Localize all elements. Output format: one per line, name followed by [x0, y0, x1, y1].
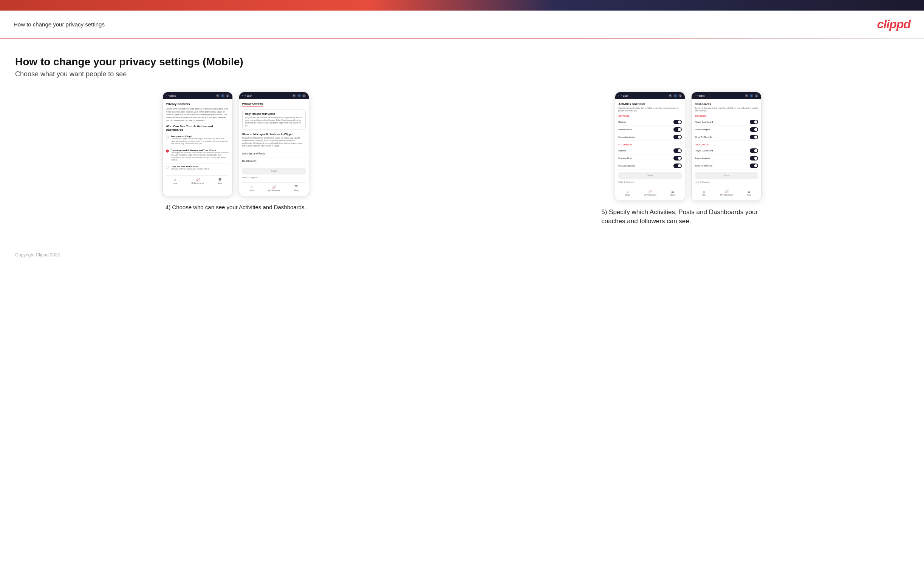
settings-icon-4[interactable]: ⚙ [755, 94, 758, 97]
toggle-round-insights-coaches-switch[interactable] [750, 127, 758, 132]
home-icon-3: ⌂ [627, 190, 628, 193]
nav-performance-3[interactable]: 📈 My Performance [644, 190, 656, 196]
search-icon[interactable]: 🔍 [216, 94, 220, 97]
performance-icon-1: 📈 [196, 178, 200, 182]
phone-4-header: ‹ < Back 🔍 👤 ⚙ [691, 92, 761, 99]
menu-icon-3: ☰ [671, 190, 674, 193]
radio-coach-only[interactable] [166, 166, 169, 169]
home-icon-1: ⌂ [174, 178, 176, 182]
option-everyone[interactable]: Everyone on Clippd Everyone on Clippd ca… [166, 133, 229, 147]
help-support-4: Help & Support [695, 179, 758, 184]
screenshot-group-left: ‹ < Back 🔍 👤 ⚙ Privacy Controls Control … [15, 92, 457, 211]
settings-icon-3[interactable]: ⚙ [678, 94, 682, 97]
dashboards-label: Dashboards [242, 160, 257, 162]
toggle-drills-coaches-switch[interactable] [674, 127, 682, 132]
nav-home-4[interactable]: ⌂ Home [702, 190, 706, 196]
back-button-2[interactable]: ‹ < Back [242, 94, 252, 97]
user-icon-4[interactable]: 👤 [750, 94, 753, 97]
bottom-nav-1: ⌂ Home 📈 My Performance ☰ Menu [166, 175, 229, 186]
toggle-round-insights-coaches: Round Insights [695, 126, 758, 133]
nav-menu-1[interactable]: ☰ Menu [218, 178, 222, 184]
back-button-1[interactable]: ‹ < Back [166, 94, 176, 97]
user-icon-2[interactable]: 👤 [297, 94, 301, 97]
phones-pair-right: ‹ < Back 🔍 👤 ⚙ Activities and Posts Sele… [615, 92, 761, 201]
menu-icon-1: ☰ [218, 178, 221, 182]
nav-home-1[interactable]: ⌂ Home [173, 178, 177, 184]
dashboards-row[interactable]: Dashboards › [242, 158, 306, 165]
toggle-manual-coaches-switch[interactable] [674, 135, 682, 139]
nav-menu-4[interactable]: ☰ Menu [747, 190, 751, 196]
toggle-work-on-followers: What To Work On [695, 162, 758, 169]
toggle-drills-followers-switch[interactable] [674, 156, 682, 161]
toggle-player-dashboard-coaches: Player Dashboard [695, 118, 758, 126]
page-subtitle: Choose what you want people to see [15, 70, 909, 78]
nav-performance-4[interactable]: 📈 My Performance [720, 190, 733, 196]
toggle-player-dashboard-followers-switch[interactable] [750, 148, 758, 153]
performance-icon-4: 📈 [724, 190, 729, 193]
toggle-rounds-followers-switch[interactable] [674, 148, 682, 153]
save-button-2[interactable]: Save [242, 168, 306, 174]
toggle-player-dashboard-coaches-switch[interactable] [750, 120, 758, 124]
nav-performance-2[interactable]: 📈 My Performance [268, 185, 280, 192]
settings-icon[interactable]: ⚙ [226, 94, 229, 97]
toggle-round-insights-followers-switch[interactable] [750, 156, 758, 161]
phone-1-body: Privacy Controls Control how you and you… [163, 99, 233, 189]
header: How to change your privacy settings clip… [0, 11, 924, 39]
option-coach-only-desc: Only you and the coaches you connect wit… [171, 168, 209, 170]
toggle-manual-followers-switch[interactable] [674, 163, 682, 168]
toggle-work-on-followers-switch[interactable] [750, 163, 758, 168]
option-followers-desc: Only approved followers and coaches you … [171, 152, 229, 161]
footer: Copyright Clippd 2022 [0, 241, 924, 265]
toggle-drills-coaches: Practice Drills [618, 126, 682, 133]
search-icon-3[interactable]: 🔍 [669, 94, 672, 97]
privacy-controls-title: Privacy Controls [166, 102, 229, 106]
coaches-label-4: COACHES [695, 115, 758, 117]
option-coach-only[interactable]: Only You and Your Coach Only you and the… [166, 163, 229, 172]
privacy-tab-2[interactable]: Privacy Controls [242, 102, 263, 106]
phone-3: ‹ < Back 🔍 👤 ⚙ Activities and Posts Sele… [615, 92, 685, 201]
screenshot-group-right: ‹ < Back 🔍 👤 ⚙ Activities and Posts Sele… [468, 92, 909, 226]
phone-4: ‹ < Back 🔍 👤 ⚙ Dashboards Select the das… [691, 92, 761, 201]
performance-icon-3: 📈 [648, 190, 652, 193]
toggle-rounds-coaches: Rounds [618, 118, 682, 126]
search-icon-4[interactable]: 🔍 [745, 94, 748, 97]
performance-icon-2: 📈 [272, 185, 276, 189]
search-icon-2[interactable]: 🔍 [292, 94, 296, 97]
save-button-3[interactable]: Save [618, 172, 682, 179]
nav-menu-2[interactable]: ☰ Menu [294, 185, 299, 192]
toggle-rounds-followers: Rounds [618, 147, 682, 155]
user-icon[interactable]: 👤 [221, 94, 225, 97]
activities-posts-row[interactable]: Activities and Posts › [242, 150, 306, 158]
save-button-4[interactable]: Save [695, 172, 758, 179]
bottom-nav-2: ⌂ Home 📈 My Performance ☰ Menu [242, 182, 306, 193]
radio-everyone[interactable] [166, 135, 169, 139]
activities-desc: Select the types of activity that you'd … [618, 107, 682, 112]
header-icons-4: 🔍 👤 ⚙ [745, 94, 758, 97]
settings-icon-2[interactable]: ⚙ [302, 94, 306, 97]
info-box-2: Only You and Your Coach Only you and the… [242, 110, 306, 130]
toggle-work-on-coaches: What To Work On [695, 133, 758, 141]
back-button-4[interactable]: ‹ < Back [695, 94, 704, 97]
nav-performance-1[interactable]: 📈 My Performance [192, 178, 204, 184]
logo: clippd [877, 18, 910, 31]
toggle-rounds-coaches-switch[interactable] [674, 120, 682, 124]
bottom-nav-4: ⌂ Home 📈 My Performance ☰ Menu [695, 187, 758, 198]
option-followers[interactable]: Only Approved Followers and Your Coach O… [166, 147, 229, 163]
caption-left: 4) Choose who can see your Activities an… [166, 203, 306, 211]
radio-followers[interactable] [166, 150, 169, 153]
screenshots-row: ‹ < Back 🔍 👤 ⚙ Privacy Controls Control … [15, 92, 909, 226]
phone-2-header: ‹ < Back 🔍 👤 ⚙ [239, 92, 309, 99]
toggle-work-on-coaches-switch[interactable] [750, 135, 758, 139]
privacy-controls-desc: Control how you and your data appears to… [166, 108, 229, 122]
page-title: How to change your privacy settings (Mob… [15, 56, 909, 68]
user-icon-3[interactable]: 👤 [674, 94, 677, 97]
toggle-manual-coaches: Manual Activities [618, 133, 682, 141]
phone-1: ‹ < Back 🔍 👤 ⚙ Privacy Controls Control … [163, 92, 233, 197]
back-button-3[interactable]: ‹ < Back [618, 94, 628, 97]
nav-menu-3[interactable]: ☰ Menu [670, 190, 675, 196]
nav-home-2[interactable]: ⌂ Home [249, 185, 254, 192]
nav-home-3[interactable]: ⌂ Home [625, 190, 630, 196]
followers-label-3: FOLLOWERS [618, 143, 682, 146]
toggle-player-dashboard-followers: Player Dashboard [695, 147, 758, 155]
phone-4-body: Dashboards Select the dashboards that yo… [691, 99, 761, 200]
